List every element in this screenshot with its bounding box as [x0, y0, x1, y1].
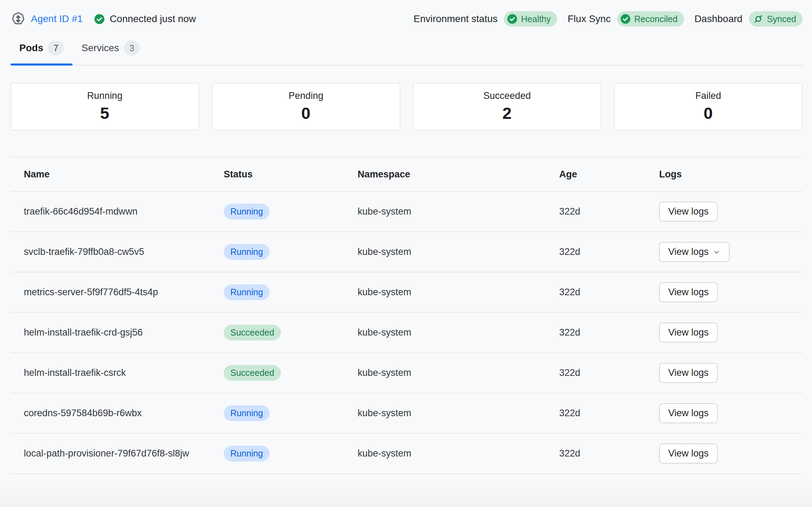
view-logs-button[interactable]: View logs: [659, 282, 718, 302]
pod-name: traefik-66c46d954f-mdwwn: [24, 205, 137, 218]
view-logs-button[interactable]: View logs: [659, 202, 718, 222]
connection-status: Connected just now: [110, 13, 196, 25]
environment-status-badge: Healthy: [504, 11, 557, 27]
dashboard-sync-badge: Synced: [749, 11, 803, 27]
pod-status-cell: Running: [224, 244, 358, 260]
pod-namespace-cell: kube-system: [358, 407, 559, 419]
status-badge: Succeeded: [224, 365, 281, 381]
pods-dashboard-page: Agent ID #1 Connected just now Environme…: [0, 0, 812, 507]
stat-card-label: Pending: [289, 90, 323, 101]
pod-age-cell: 322d: [559, 326, 659, 339]
pod-namespace-cell: kube-system: [358, 447, 559, 460]
pod-name-cell: traefik-66c46d954f-mdwwn: [11, 205, 224, 218]
status-badge: Running: [224, 204, 270, 219]
pod-name: svclb-traefik-79ffb0a8-cw5v5: [24, 246, 144, 258]
table-row: helm-install-traefik-crd-gsj56 Succeeded…: [11, 313, 803, 353]
synced-slashed-circle-icon: [753, 14, 764, 24]
tab-count-badge: 7: [48, 41, 64, 55]
pod-name: coredns-597584b69b-r6wbx: [24, 407, 142, 419]
stat-card-value: 5: [100, 103, 110, 123]
status-badge: Running: [224, 284, 270, 300]
dashboard-sync-value: Synced: [767, 15, 796, 23]
stat-card: Failed 0: [614, 83, 803, 130]
topbar: Agent ID #1 Connected just now Environme…: [11, 11, 803, 27]
environment-status-label: Environment status: [414, 13, 498, 25]
pod-logs-cell: View logs: [659, 363, 803, 383]
pod-logs-cell: View logs: [659, 242, 803, 262]
reconciled-check-circle-icon: [620, 14, 631, 24]
pod-namespace-cell: kube-system: [358, 326, 559, 339]
column-header-namespace: Namespace: [358, 169, 559, 180]
table-body: traefik-66c46d954f-mdwwn Running kube-sy…: [11, 192, 803, 474]
stat-card-value: 0: [301, 103, 311, 123]
pod-name: local-path-provisioner-79f67d76f8-sl8jw: [24, 447, 189, 460]
flux-sync-value: Reconciled: [634, 15, 678, 23]
pod-stats-row: Running 5 Pending 0 Succeeded 2 Failed 0: [11, 83, 803, 130]
environment-status-group: Environment status Healthy Flux Sync: [410, 11, 803, 27]
pod-logs-cell: View logs: [659, 323, 803, 343]
view-logs-button[interactable]: View logs: [659, 403, 718, 423]
pod-age-cell: 322d: [559, 246, 659, 258]
status-badge: Running: [224, 405, 270, 421]
pod-status-cell: Running: [224, 405, 358, 421]
status-badge: Succeeded: [224, 325, 281, 340]
agent-heptagon-arrows-icon: [11, 11, 26, 27]
pod-logs-cell: View logs: [659, 444, 803, 464]
column-header-status: Status: [224, 169, 358, 180]
pod-age-cell: 322d: [559, 447, 659, 460]
pod-name: metrics-server-5f9f776df5-4ts4p: [24, 286, 158, 298]
healthy-check-circle-icon: [507, 14, 517, 24]
stat-card: Running 5: [11, 83, 199, 130]
dashboard-label: Dashboard: [695, 13, 743, 25]
tab-label: Services: [81, 42, 119, 54]
table-row: traefik-66c46d954f-mdwwn Running kube-sy…: [11, 192, 803, 232]
flux-sync-label: Flux Sync: [568, 13, 611, 25]
status-badge: Running: [224, 446, 270, 461]
tab-label: Pods: [19, 42, 43, 54]
stat-card-label: Succeeded: [483, 90, 531, 101]
column-header-age: Age: [559, 169, 659, 180]
pods-table: Name Status Namespace Age Logs traefik-6…: [11, 157, 803, 474]
chevron-down-icon: [713, 248, 720, 256]
stat-card-value: 2: [502, 103, 512, 123]
view-logs-button[interactable]: View logs: [659, 363, 718, 383]
pod-namespace-cell: kube-system: [358, 367, 559, 379]
table-row: svclb-traefik-79ffb0a8-cw5v5 Running kub…: [11, 232, 803, 272]
pod-age-cell: 322d: [559, 367, 659, 379]
table-row: coredns-597584b69b-r6wbx Running kube-sy…: [11, 393, 803, 434]
agent-id-link[interactable]: Agent ID #1: [31, 13, 83, 25]
stat-card-value: 0: [704, 103, 713, 123]
pod-namespace-cell: kube-system: [358, 246, 559, 258]
pod-name-cell: metrics-server-5f9f776df5-4ts4p: [11, 286, 224, 298]
pod-namespace-cell: kube-system: [358, 286, 559, 298]
pod-status-cell: Running: [224, 204, 358, 219]
pod-name-cell: coredns-597584b69b-r6wbx: [11, 407, 224, 419]
stat-card: Succeeded 2: [413, 83, 602, 130]
view-logs-label: View logs: [668, 206, 709, 217]
pod-logs-cell: View logs: [659, 202, 803, 222]
agent-group: Agent ID #1 Connected just now: [11, 11, 196, 27]
view-logs-button[interactable]: View logs: [659, 444, 718, 464]
pod-status-cell: Running: [224, 284, 358, 300]
view-logs-label: View logs: [668, 246, 709, 257]
column-header-logs: Logs: [659, 169, 803, 180]
tab[interactable]: Services 3: [73, 41, 148, 65]
tab-bar: Pods 7 Services 3: [11, 41, 803, 66]
view-logs-label: View logs: [668, 448, 709, 459]
tab-count-badge: 3: [124, 41, 140, 55]
environment-status-value: Healthy: [521, 15, 551, 23]
pod-namespace-cell: kube-system: [358, 205, 559, 218]
flux-sync-badge: Reconciled: [617, 11, 684, 27]
pod-status-cell: Running: [224, 446, 358, 461]
table-row: local-path-provisioner-79f67d76f8-sl8jw …: [11, 434, 803, 474]
pod-name: helm-install-traefik-csrck: [24, 367, 126, 379]
pod-age-cell: 322d: [559, 407, 659, 419]
tab[interactable]: Pods 7: [11, 41, 73, 65]
pod-name-cell: helm-install-traefik-crd-gsj56: [11, 326, 224, 339]
table-row: metrics-server-5f9f776df5-4ts4p Running …: [11, 272, 803, 313]
pod-status-cell: Succeeded: [224, 365, 358, 381]
view-logs-button[interactable]: View logs: [659, 323, 718, 343]
pod-age-cell: 322d: [559, 205, 659, 218]
table-row: helm-install-traefik-csrck Succeeded kub…: [11, 353, 803, 393]
view-logs-button[interactable]: View logs: [659, 242, 730, 262]
